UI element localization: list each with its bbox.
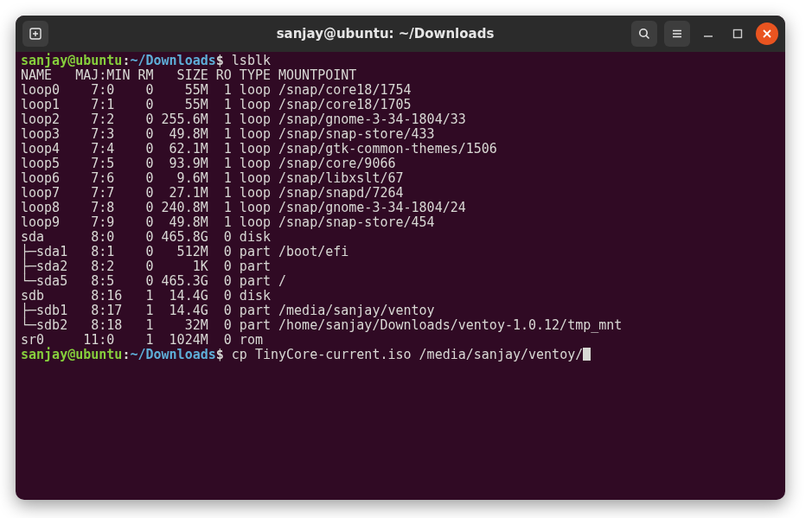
prompt-dollar: $ [216, 53, 232, 68]
table-row: sr0 11:0 1 1024M 0 rom [21, 332, 278, 348]
table-row: └─sda5 8:5 0 465.3G 0 part / [21, 273, 286, 289]
table-row: loop1 7:1 0 55M 1 loop /snap/core18/1705 [21, 97, 412, 112]
table-row: loop6 7:6 0 9.6M 1 loop /snap/libxslt/67 [21, 170, 404, 186]
command-1: lsblk [232, 53, 271, 68]
table-row: loop5 7:5 0 93.9M 1 loop /snap/core/9066 [21, 156, 395, 171]
menu-button[interactable] [664, 21, 690, 47]
titlebar: sanjay@ubuntu: ~/Downloads [16, 16, 785, 52]
prompt-user: sanjay@ubuntu [21, 347, 122, 362]
table-row: loop3 7:3 0 49.8M 1 loop /snap/snap-stor… [21, 126, 435, 142]
table-row: loop4 7:4 0 62.1M 1 loop /snap/gtk-commo… [21, 141, 497, 157]
maximize-button[interactable] [726, 22, 749, 45]
table-row: loop7 7:7 0 27.1M 1 loop /snap/snapd/726… [21, 185, 404, 201]
command-2: cp TinyCore-current.iso /media/sanjay/ve… [232, 347, 583, 362]
table-row: loop9 7:9 0 49.8M 1 loop /snap/snap-stor… [21, 214, 435, 230]
prompt-dollar: $ [216, 347, 232, 362]
cursor [583, 348, 591, 361]
table-row: ├─sdb1 8:17 1 14.4G 0 part /media/sanjay… [21, 303, 435, 318]
prompt-path: ~/Downloads [130, 53, 215, 68]
terminal-window: sanjay@ubuntu: ~/Downloads [16, 16, 785, 500]
new-tab-button[interactable] [22, 21, 48, 47]
window-title: sanjay@ubuntu: ~/Downloads [161, 26, 610, 42]
table-row: sda 8:0 0 465.8G 0 disk [21, 229, 278, 245]
prompt-path: ~/Downloads [130, 347, 215, 362]
table-row: sdb 8:16 1 14.4G 0 disk [21, 288, 278, 304]
table-row: loop0 7:0 0 55M 1 loop /snap/core18/1754 [21, 82, 412, 98]
table-row: ├─sda1 8:1 0 512M 0 part /boot/efi [21, 244, 348, 259]
table-row: loop8 7:8 0 240.8M 1 loop /snap/gnome-3-… [21, 200, 466, 215]
search-button[interactable] [631, 21, 657, 47]
lsblk-header: NAME MAJ:MIN RM SIZE RO TYPE MOUNTPOINT [21, 67, 356, 83]
svg-rect-9 [734, 30, 742, 38]
table-row: ├─sda2 8:2 0 1K 0 part [21, 259, 278, 274]
svg-point-3 [640, 29, 647, 36]
minimize-button[interactable] [697, 22, 719, 45]
table-row: loop2 7:2 0 255.6M 1 loop /snap/gnome-3-… [21, 112, 466, 127]
close-button[interactable] [756, 22, 778, 45]
prompt-user: sanjay@ubuntu [21, 53, 122, 68]
terminal-body[interactable]: sanjay@ubuntu:~/Downloads$ lsblk NAME MA… [16, 52, 785, 500]
svg-line-4 [646, 35, 649, 38]
table-row: └─sdb2 8:18 1 32M 0 part /home/sanjay/Do… [21, 317, 622, 333]
